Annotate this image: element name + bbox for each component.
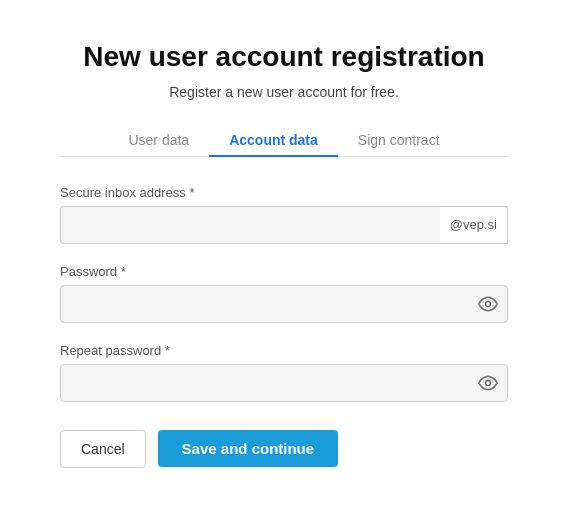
page-title: New user account registration [60,40,508,74]
save-continue-button[interactable]: Save and continue [158,430,339,467]
form-actions: Cancel Save and continue [60,430,508,468]
field-secure-inbox: Secure inbox address * @vep.si [60,185,508,244]
secure-inbox-wrapper: @vep.si [60,206,508,244]
page-subtitle: Register a new user account for free. [60,84,508,100]
tab-sign-contract[interactable]: Sign contract [338,124,460,156]
svg-point-0 [486,301,491,306]
password-label: Password * [60,264,508,279]
tab-user-data[interactable]: User data [108,124,209,156]
repeat-password-eye-icon[interactable] [478,373,498,393]
registration-form: Secure inbox address * @vep.si Password … [60,185,508,468]
repeat-password-label: Repeat password * [60,343,508,358]
password-input[interactable] [60,285,508,323]
repeat-password-input[interactable] [60,364,508,402]
tab-bar: User data Account data Sign contract [60,124,508,157]
inbox-suffix: @vep.si [440,206,508,244]
field-password: Password * [60,264,508,323]
cancel-button[interactable]: Cancel [60,430,146,468]
svg-point-1 [486,380,491,385]
repeat-password-wrapper [60,364,508,402]
secure-inbox-label: Secure inbox address * [60,185,508,200]
field-repeat-password: Repeat password * [60,343,508,402]
registration-container: New user account registration Register a… [0,0,568,508]
password-eye-icon[interactable] [478,294,498,314]
tab-account-data[interactable]: Account data [209,124,338,156]
password-wrapper [60,285,508,323]
